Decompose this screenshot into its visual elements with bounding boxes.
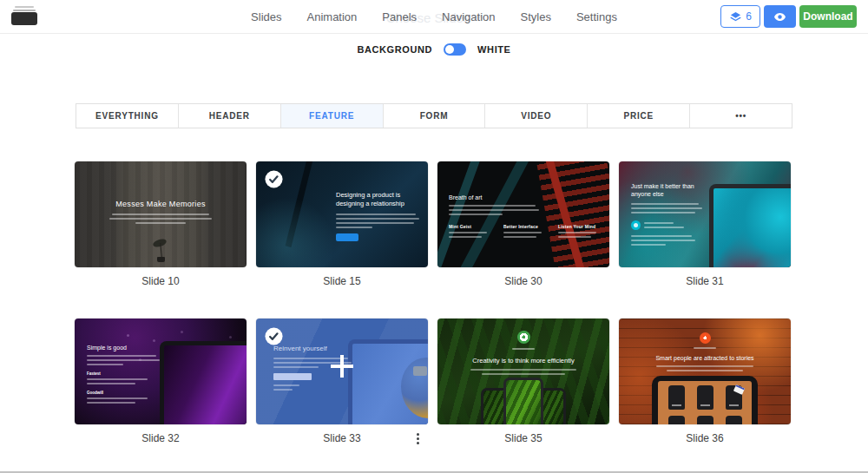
nav-item-settings[interactable]: Settings [576,10,617,23]
slide-caption: Slide 30 [504,275,542,287]
download-label: Download [803,10,852,23]
tab-video[interactable]: VIDEO [485,104,588,128]
brand-badge-orange [700,332,711,344]
nav-item-navigation[interactable]: Navigation [442,10,495,23]
mailbox-shape [668,385,685,410]
slide-card: Creativity is to think more efficiently … [437,319,609,444]
slide-caption: Slide 31 [686,275,723,287]
slide-card: Simple is good Fastest Goodwill Slide 32 [75,319,247,444]
slide-caption: Slide 32 [141,432,179,444]
layers-icon [729,10,742,23]
feature-col-label: Fastest [87,371,161,376]
mini-input-field [273,373,312,380]
slide-thumbnail-36[interactable]: Smart people are attracted to stories [619,319,791,424]
slide-thumbnail-32[interactable]: Simple is good Fastest Goodwill [75,319,247,424]
slide-caption: Slide 10 [141,275,179,287]
background-value-label: WHITE [477,44,510,55]
tab-header[interactable]: HEADER [179,104,281,128]
selected-check-badge[interactable] [265,170,283,188]
slide-card: Designing a product is designing a relat… [256,161,428,287]
add-slide-plus-icon[interactable] [331,355,353,378]
slide-thumbnail-31[interactable]: Just make it better than anyone else [619,161,791,267]
slide-title: Simple is good [87,345,161,351]
slide-thumbnail-30[interactable]: Breath of art Mint Geist Better Interfac… [437,161,609,267]
tab-everything[interactable]: EVERYTHING [76,104,179,128]
slide-card: Just make it better than anyone else Sli… [619,161,791,287]
slide-title: Messes Make Memories [75,200,247,208]
feature-col-label: Goodwill [87,391,161,395]
nav-item-panels[interactable]: Panels [382,10,417,23]
feature-col-label: Mint Geist [449,224,491,229]
slide-grid: Messes Make Memories Slide 10 Designing … [75,161,791,444]
slide-thumbnail-15[interactable]: Designing a product is designing a relat… [256,161,428,267]
phone-mockup [503,378,543,424]
slide-title: Reinvent yourself [273,345,353,352]
slide-card: Messes Make Memories Slide 10 [75,161,247,287]
nav-action-buttons: 6 Download [720,5,857,28]
check-icon [265,170,283,188]
avatar [631,220,641,230]
slide-thumbnail-35[interactable]: Creativity is to think more efficiently [437,319,609,424]
tablet-mockup [652,376,758,424]
slide-thumbnail-10[interactable]: Messes Make Memories [75,161,247,267]
slide-thumbnail-33[interactable]: Reinvent yourself [256,319,428,424]
slide-card: Reinvent yourself Slide 33 [256,319,428,444]
tab-more[interactable]: ••• [690,104,792,128]
layers-count: 6 [746,10,752,23]
slide-caption: Slide 35 [504,432,542,444]
camera-shape [413,366,427,376]
slide-card: Smart people are attracted to stories Sl… [619,319,791,444]
top-navigation-bar: Choose Slides Slides Animation Panels Na… [0,0,868,34]
download-button[interactable]: Download [799,5,857,28]
feature-col-label: Better Interface [503,224,546,229]
background-label: BACKGROUND [357,44,432,55]
filter-tab-bar: EVERYTHING HEADER FEATURE FORM VIDEO PRI… [76,103,792,128]
slide-title: Creativity is to think more efficiently [437,357,609,365]
feature-col-label: Listen Your Mind [558,224,601,229]
author-row [631,220,704,230]
slide-caption: Slide 36 [686,432,723,444]
water-droplets [127,334,129,337]
tab-form[interactable]: FORM [384,104,486,128]
tablet-mockup [160,341,247,424]
nav-item-styles[interactable]: Styles [521,10,551,23]
check-icon [265,327,283,345]
mini-cta-button [336,233,358,241]
selected-check-badge[interactable] [265,327,283,345]
plant-silhouette [157,257,165,262]
eye-icon [773,10,787,24]
background-toggle[interactable] [444,43,466,56]
slide-title: Smart people are attracted to stories [619,355,791,361]
tab-feature[interactable]: FEATURE [281,104,384,128]
slide-card: Breath of art Mint Geist Better Interfac… [437,161,609,287]
slide-caption: Slide 15 [323,275,360,287]
layers-count-button[interactable]: 6 [720,5,760,28]
brand-badge-green [517,331,530,344]
preview-button[interactable] [764,5,796,28]
tablet-mockup [348,339,428,424]
nav-links: Slides Animation Panels Navigation Style… [251,10,617,23]
slide-caption: Slide 33 [323,432,360,444]
slide-title: Designing a product is designing a relat… [336,191,423,208]
app-logo-icon[interactable] [11,6,37,25]
slide-title: Just make it better than anyone else [631,182,704,199]
slide-options-kebab-menu[interactable] [413,432,423,444]
toggle-knob [445,45,454,54]
tab-price[interactable]: PRICE [588,104,690,128]
nav-item-animation[interactable]: Animation [307,10,358,23]
tablet-mockup [709,184,791,267]
background-control-row: BACKGROUND WHITE [0,43,868,56]
slide-title: Breath of art [449,194,544,200]
nav-item-slides[interactable]: Slides [251,10,281,23]
